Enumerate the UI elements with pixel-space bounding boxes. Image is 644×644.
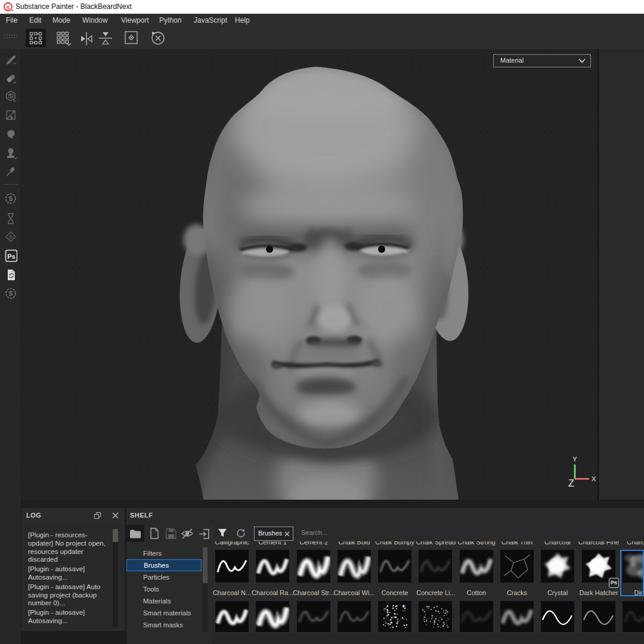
svg-text:Y: Y [572,456,577,463]
svg-text:S: S [9,196,13,202]
svg-text:Z: Z [568,478,574,488]
svg-text:X: X [592,475,596,482]
svg-text:Ps: Ps [7,253,15,260]
svg-text:S: S [9,290,13,297]
svg-text:S: S [9,234,13,240]
svg-text:S: S [6,4,10,11]
